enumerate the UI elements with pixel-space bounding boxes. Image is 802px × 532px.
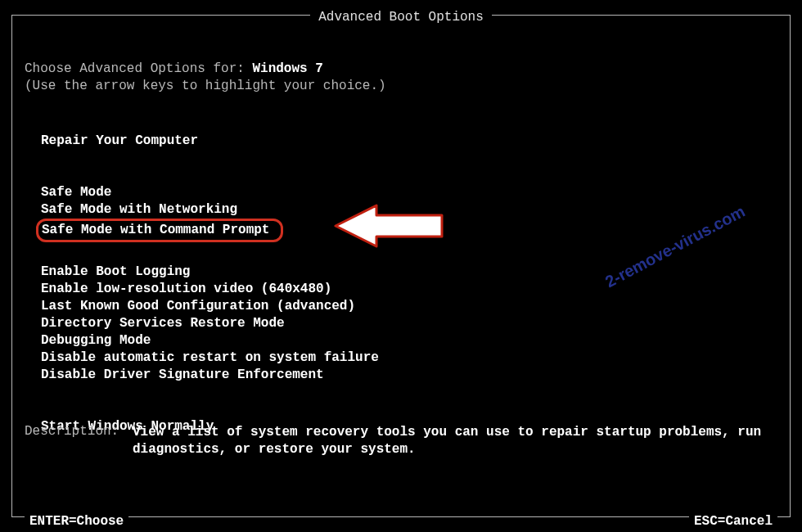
option-ds-restore-mode[interactable]: Directory Services Restore Mode (41, 315, 777, 332)
option-safe-mode-cmd[interactable]: Safe Mode with Command Prompt (36, 219, 283, 242)
hint-text: (Use the arrow keys to highlight your ch… (25, 79, 777, 93)
choose-prefix: Choose Advanced Options for: (25, 61, 252, 76)
footer-enter-hint: ENTER=Choose (25, 514, 128, 529)
option-disable-driver-sig[interactable]: Disable Driver Signature Enforcement (41, 367, 777, 384)
option-repair-computer[interactable]: Repair Your Computer (41, 133, 777, 150)
option-disable-auto-restart[interactable]: Disable automatic restart on system fail… (41, 349, 777, 367)
title-bar: Advanced Boot Options (0, 10, 802, 25)
option-low-res-video[interactable]: Enable low-resolution video (640x480) (41, 281, 777, 298)
description-label: Description: (25, 424, 133, 458)
boot-options-list: Repair Your Computer Safe Mode Safe Mode… (25, 133, 777, 435)
safe-mode-group: Safe Mode Safe Mode with Networking Safe… (41, 184, 777, 242)
option-boot-logging[interactable]: Enable Boot Logging (41, 264, 777, 281)
choose-prompt: Choose Advanced Options for: Windows 7 (25, 61, 777, 76)
footer-esc-hint: ESC=Cancel (689, 514, 777, 529)
description-block: Description: View a list of system recov… (25, 424, 777, 458)
option-debugging-mode[interactable]: Debugging Mode (41, 332, 777, 349)
option-last-known-good[interactable]: Last Known Good Configuration (advanced) (41, 298, 777, 315)
arrow-callout-icon (327, 197, 458, 255)
advanced-group: Enable Boot Logging Enable low-resolutio… (41, 264, 777, 384)
selected-option-container: Safe Mode with Command Prompt (41, 219, 283, 242)
screen-title: Advanced Boot Options (310, 10, 492, 25)
description-text: View a list of system recovery tools you… (133, 424, 777, 458)
os-name: Windows 7 (252, 61, 322, 76)
